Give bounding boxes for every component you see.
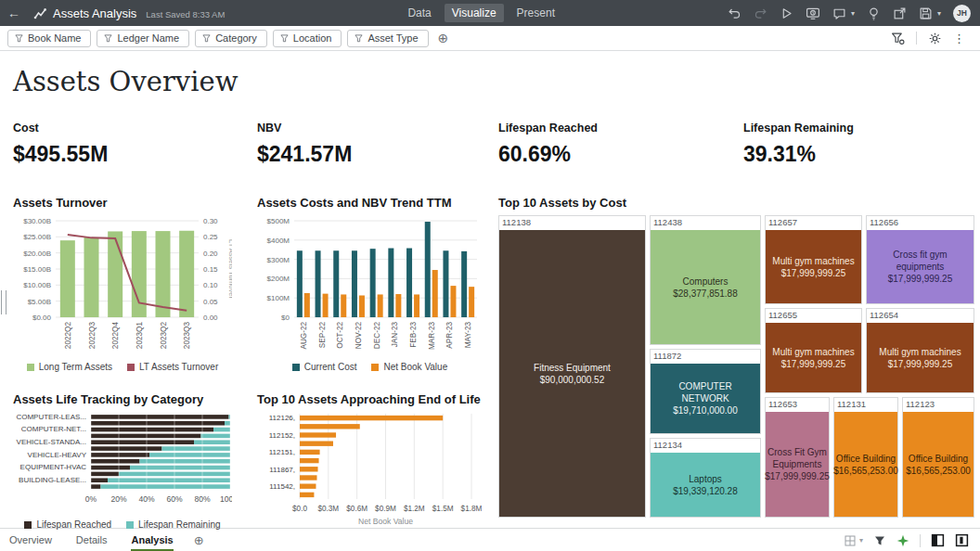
bar-net-book-value-sep-22[interactable] [323, 294, 329, 317]
filter-pill-ledger-name[interactable]: Ledger Name [97, 30, 189, 47]
bar-asset-row7[interactable] [300, 467, 318, 471]
kebab-menu-icon[interactable]: ⋮ [953, 32, 965, 45]
filter-pill-asset-type[interactable]: Asset Type [347, 30, 428, 47]
bar-current-cost-oct-22[interactable] [333, 250, 339, 317]
bar-asset-row6[interactable] [300, 458, 319, 463]
treemap-tile-112653[interactable]: 112653Cross Fit Gym Equipments $17,999,9… [765, 397, 830, 518]
chart-top-assets-by-cost[interactable]: Top 10 Assets by Cost112138Fitness Equip… [498, 196, 974, 520]
topbar-tab-present[interactable]: Present [509, 4, 562, 22]
stack-remaining-row5[interactable] [194, 440, 230, 444]
bar-net-book-value-aug-22[interactable] [304, 293, 310, 317]
treemap-tile-112138[interactable]: 112138Fitness Equipment $90,000,000.52 [498, 215, 646, 518]
bar-current-cost-mar-23[interactable] [425, 222, 431, 317]
bar-current-cost-may-23[interactable] [461, 251, 467, 317]
bar-asset-row4[interactable] [300, 442, 333, 446]
legend-lifespan-remaining[interactable]: Lifespan Remaining [126, 519, 220, 530]
treemap-tile-112654[interactable]: 112654Multi gym machines $17,999,999.25 [866, 308, 974, 393]
bar-current-cost-sep-22[interactable] [316, 250, 321, 317]
undo-icon[interactable] [728, 6, 741, 20]
stack-remaining-row11[interactable] [108, 478, 230, 482]
panel-drag-handle[interactable] [1, 290, 6, 314]
comment-caret-icon[interactable]: ▾ [851, 9, 855, 18]
topbar-tab-visualize[interactable]: Visualize [445, 4, 504, 22]
filter-pill-category[interactable]: Category [195, 30, 267, 47]
stack-remaining-row12[interactable] [101, 484, 231, 489]
assets-turnover-plot[interactable]: $0.000.00$5.00B0.05$10.00B0.10$15.00B0.1… [13, 213, 232, 352]
back-button[interactable]: ← [0, 0, 28, 26]
bar-2022Q3[interactable] [84, 237, 99, 317]
kpi-nbv[interactable]: NBV$241.57M [257, 122, 352, 167]
bar-net-book-value-oct-22[interactable] [341, 294, 346, 317]
bar-2022Q2[interactable] [60, 240, 75, 317]
bar-current-cost-apr-23[interactable] [443, 250, 448, 317]
end-of-life-plot[interactable]: $0.0$0.3M$0.6M$0.9M$1.2M$1.5M$1.8M112126… [257, 410, 483, 529]
bar-net-book-value-may-23[interactable] [469, 287, 474, 317]
chart-life-tracking[interactable]: Assets Life Tracking by CategoryCOMPUTER… [13, 392, 232, 528]
stack-reached-row9[interactable] [91, 466, 130, 470]
chart-assets-turnover[interactable]: Assets Turnover$0.000.00$5.00B0.05$10.00… [13, 196, 232, 387]
canvas-settings-gear-icon[interactable] [928, 32, 942, 45]
stack-remaining-row7[interactable] [149, 453, 230, 457]
legend-current-cost[interactable]: Current Cost [292, 362, 357, 372]
stack-remaining-row9[interactable] [130, 466, 230, 470]
bar-net-book-value-feb-23[interactable] [414, 294, 419, 317]
treemap-tile-112657[interactable]: 112657Multi gym machines $17,999,999.25 [765, 215, 862, 304]
treemap-tile-112656[interactable]: 112656Cross fit gym equipments $17,999,9… [866, 215, 974, 304]
redo-icon[interactable] [754, 6, 767, 20]
bar-2022Q4[interactable] [108, 231, 122, 317]
stack-reached-row11[interactable] [91, 478, 108, 482]
limit-values-icon[interactable] [891, 32, 905, 45]
canvas-tab-overview[interactable]: Overview [9, 529, 52, 551]
filter-pill-book-name[interactable]: Book Name [7, 30, 91, 47]
comment-icon[interactable] [832, 6, 846, 20]
life-tracking-plot[interactable]: COMPUTER-LEAS...COMPUTER-NET...VEHICLE-S… [13, 410, 232, 510]
kpi-cost[interactable]: Cost$495.55M [13, 122, 108, 167]
play-icon[interactable] [780, 6, 793, 20]
treemap-tile-112134[interactable]: 112134Laptops $19,339,120.28 [650, 438, 761, 518]
legend-long-term-assets[interactable]: Long Term Assets [27, 362, 112, 372]
save-caret-icon[interactable]: ▾ [937, 9, 941, 18]
topbar-tab-data[interactable]: Data [400, 4, 438, 22]
stack-remaining-row2[interactable] [225, 421, 230, 426]
bar-net-book-value-jan-23[interactable] [395, 294, 401, 317]
legend-net-book-value[interactable]: Net Book Value [371, 362, 447, 372]
bar-2023Q3[interactable] [179, 231, 194, 317]
save-icon[interactable] [919, 6, 933, 20]
stack-remaining-row4[interactable] [201, 434, 231, 439]
schedule-icon[interactable] [806, 6, 820, 20]
layout-grid-icon[interactable] [844, 534, 857, 547]
bar-asset-row1[interactable] [300, 416, 443, 420]
treemap-tile-112131[interactable]: 112131Office Building $16,565,253.00 [833, 397, 898, 518]
legend-lifespan-reached[interactable]: Lifespan Reached [24, 519, 111, 530]
bar-current-cost-aug-22[interactable] [297, 250, 303, 317]
stack-remaining-row8[interactable] [140, 459, 231, 464]
bar-asset-row2[interactable] [300, 424, 360, 429]
filter-pill-location[interactable]: Location [273, 30, 342, 47]
bar-net-book-value-nov-22[interactable] [359, 295, 365, 317]
treemap-tile-111872[interactable]: 111872COMPUTER NETWORK $19,710,000.00 [650, 349, 761, 434]
legend-lt-assets-turnover[interactable]: LT Assets Turnover [127, 362, 218, 372]
chart-end-of-life[interactable]: Top 10 Assets Approaching End of Life$0.… [257, 392, 483, 528]
stack-reached-row10[interactable] [91, 472, 119, 477]
left-panel-toggle-icon[interactable] [931, 533, 945, 547]
bar-net-book-value-dec-22[interactable] [378, 294, 383, 317]
chart-costs-nbv-trend[interactable]: Assets Costs and NBV Trend TTM$0$100M$20… [257, 196, 483, 387]
treemap-tile-112655[interactable]: 112655Multi gym machines $17,999,999.25 [765, 308, 862, 393]
bar-asset-row9[interactable] [300, 484, 316, 489]
canvas-filter-icon[interactable] [873, 534, 886, 547]
kpi-lifespan-reached[interactable]: Lifespan Reached60.69% [498, 122, 598, 167]
bar-asset-row8[interactable] [300, 475, 317, 480]
right-panel-toggle-icon[interactable] [955, 533, 969, 547]
stack-reached-row6[interactable] [91, 446, 162, 451]
stack-remaining-row3[interactable] [213, 428, 230, 432]
layout-caret-icon[interactable]: ▾ [859, 536, 863, 545]
stack-reached-row8[interactable] [91, 459, 140, 464]
bar-2023Q2[interactable] [156, 231, 171, 317]
bar-net-book-value-apr-23[interactable] [450, 286, 456, 317]
insights-bulb-icon[interactable] [867, 6, 881, 20]
avatar[interactable]: JH [953, 5, 971, 22]
stack-remaining-row6[interactable] [162, 446, 231, 451]
add-filter-icon[interactable]: ⊕ [438, 31, 449, 45]
bar-asset-row5[interactable] [300, 450, 320, 455]
canvas-tab-analysis[interactable]: Analysis [131, 529, 173, 551]
